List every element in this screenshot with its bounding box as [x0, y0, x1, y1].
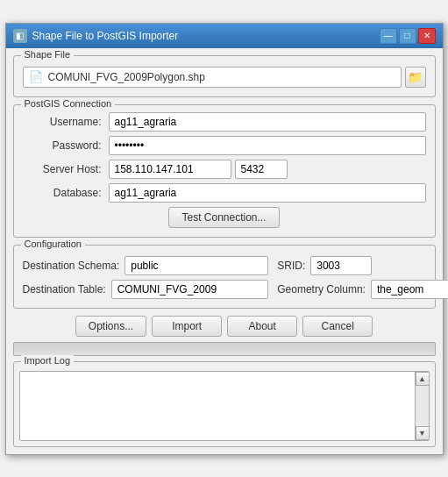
log-textarea[interactable]	[20, 372, 415, 440]
folder-icon: 📁	[408, 70, 423, 84]
postgis-group: PostGIS Connection Username: Password: S…	[13, 104, 436, 238]
maximize-button[interactable]: □	[399, 28, 416, 44]
dest-table-row: Destination Table:	[23, 280, 269, 299]
dest-table-input[interactable]	[111, 280, 269, 299]
file-doc-icon: 📄	[29, 70, 43, 83]
scroll-track	[416, 386, 429, 426]
titlebar-left: ◧ Shape File to PostGIS Importer	[13, 29, 179, 43]
shapefile-group-title: Shape File	[21, 49, 75, 60]
dest-schema-input[interactable]	[124, 256, 268, 275]
minimize-button[interactable]: —	[380, 28, 397, 44]
username-row: Username:	[23, 112, 426, 132]
shapefile-input-display: 📄 COMUNI_FVG_2009Polygon.shp	[23, 67, 402, 88]
srid-input[interactable]	[310, 256, 372, 275]
shapefile-path: COMUNI_FVG_2009Polygon.shp	[48, 71, 205, 83]
configuration-group-title: Configuration	[21, 238, 85, 249]
progress-bar	[13, 342, 436, 356]
database-row: Database:	[23, 183, 426, 203]
scroll-up-button[interactable]: ▲	[416, 372, 430, 386]
test-btn-row: Test Connection...	[23, 207, 426, 228]
import-log-group: Import Log ▲ ▼	[13, 361, 436, 447]
database-input[interactable]	[109, 183, 426, 203]
shapefile-group: Shape File 📄 COMUNI_FVG_2009Polygon.shp …	[13, 55, 436, 97]
browse-button[interactable]: 📁	[405, 67, 426, 88]
action-buttons: Options... Import About Cancel	[13, 316, 436, 337]
window-content: Shape File 📄 COMUNI_FVG_2009Polygon.shp …	[6, 48, 443, 454]
configuration-group: Configuration Destination Schema: SRID: …	[13, 245, 436, 309]
server-host-row: Server Host:	[23, 160, 426, 179]
shapefile-row: 📄 COMUNI_FVG_2009Polygon.shp 📁	[23, 67, 426, 88]
password-input[interactable]	[109, 136, 426, 155]
port-input[interactable]	[235, 160, 288, 179]
options-button[interactable]: Options...	[75, 316, 146, 337]
postgis-group-title: PostGIS Connection	[21, 98, 116, 109]
titlebar-controls: — □ ✕	[380, 28, 436, 44]
geom-column-input[interactable]	[371, 280, 448, 299]
cancel-button[interactable]: Cancel	[302, 316, 373, 337]
window-title: Shape File to PostGIS Importer	[32, 30, 179, 42]
username-label: Username:	[23, 116, 102, 128]
import-log-title: Import Log	[21, 355, 75, 366]
app-icon: ◧	[13, 29, 27, 43]
log-area: ▲ ▼	[19, 371, 430, 441]
dest-table-label: Destination Table:	[23, 283, 106, 295]
username-input[interactable]	[109, 112, 426, 132]
main-window: ◧ Shape File to PostGIS Importer — □ ✕ S…	[5, 23, 444, 455]
host-input[interactable]	[109, 160, 231, 179]
dest-schema-row: Destination Schema:	[23, 256, 269, 275]
test-connection-button[interactable]: Test Connection...	[168, 207, 279, 228]
config-grid: Destination Schema: SRID: Destination Ta…	[23, 256, 426, 299]
srid-label: SRID:	[277, 260, 305, 272]
import-button[interactable]: Import	[152, 316, 222, 337]
dest-schema-label: Destination Schema:	[23, 260, 120, 272]
password-label: Password:	[23, 139, 102, 152]
scroll-down-button[interactable]: ▼	[416, 426, 430, 440]
password-row: Password:	[23, 136, 426, 155]
database-label: Database:	[23, 187, 102, 199]
server-host-label: Server Host:	[23, 163, 102, 175]
geom-column-label: Geometry Column:	[277, 283, 366, 295]
about-button[interactable]: About	[227, 316, 297, 337]
log-scrollbar: ▲ ▼	[415, 372, 429, 440]
titlebar: ◧ Shape File to PostGIS Importer — □ ✕	[6, 24, 443, 48]
server-host-inputs	[109, 160, 288, 179]
geom-column-row: Geometry Column:	[277, 280, 448, 299]
close-button[interactable]: ✕	[418, 28, 436, 44]
srid-row: SRID:	[277, 256, 448, 275]
